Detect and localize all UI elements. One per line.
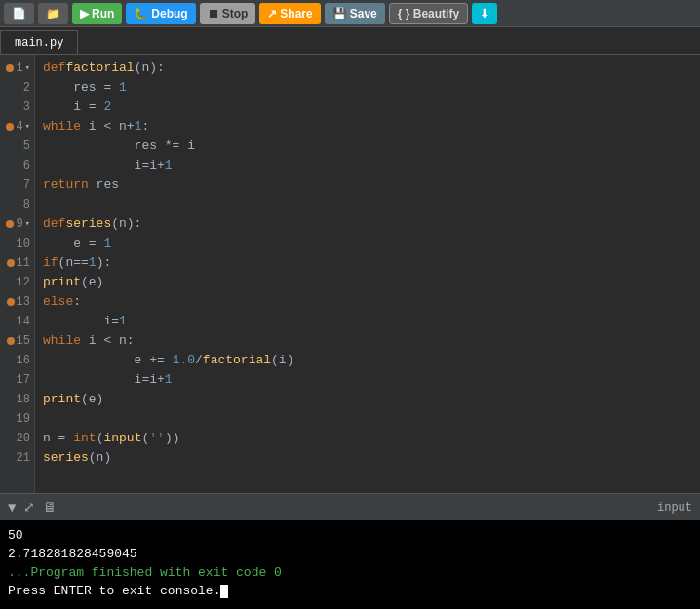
code-line-6: i=i+1 xyxy=(43,156,692,175)
code-line-3: i = 2 xyxy=(43,97,692,117)
run-button[interactable]: ▶ Run xyxy=(72,3,122,24)
collapse-arrow: ▾ xyxy=(25,58,30,78)
code-line-9: def series(n): xyxy=(43,214,692,234)
line-number-7: 7 xyxy=(4,175,30,195)
file-button[interactable]: 📄 xyxy=(4,3,34,24)
line-number-11: 11 xyxy=(4,253,30,273)
console[interactable]: 502.718281828459045...Program finished w… xyxy=(0,520,700,609)
line-number-6: 6 xyxy=(4,156,30,175)
breakpoint-dot xyxy=(6,64,14,72)
line-num-text: 2 xyxy=(23,78,30,97)
line-num-text: 9 xyxy=(16,214,22,234)
line-number-21: 21 xyxy=(4,448,30,468)
line-number-8: 8 xyxy=(4,195,30,214)
line-number-14: 14 xyxy=(4,312,30,331)
code-area[interactable]: def factorial(n): res = 1 i = 2 while i … xyxy=(35,55,700,493)
line-num-text: 13 xyxy=(17,292,30,312)
share-label: Share xyxy=(280,7,312,20)
download-button[interactable]: ⬇ xyxy=(472,3,497,24)
input-label: input xyxy=(657,501,692,514)
console-line: Press ENTER to exit console. xyxy=(8,582,692,600)
line-number-13: 13 xyxy=(4,292,30,312)
stop-button[interactable]: ⏹ Stop xyxy=(200,3,256,24)
line-number-19: 19 xyxy=(4,409,30,429)
line-num-text: 3 xyxy=(23,97,30,117)
code-line-21: series(n) xyxy=(43,448,692,468)
download-icon: ⬇ xyxy=(480,7,489,20)
code-line-13: else: xyxy=(43,292,692,312)
line-num-text: 18 xyxy=(17,390,30,409)
save-icon: 💾 xyxy=(332,7,347,20)
expand-icon[interactable]: ⤢ xyxy=(23,499,35,515)
save-label: Save xyxy=(350,7,377,20)
breakpoint-dot xyxy=(7,259,15,267)
code-line-1: def factorial(n): xyxy=(43,58,692,78)
line-num-text: 12 xyxy=(17,273,30,292)
code-line-7: return res xyxy=(43,175,692,195)
code-line-8 xyxy=(43,195,692,214)
line-num-text: 7 xyxy=(23,175,30,195)
breakpoint-dot xyxy=(7,337,15,345)
tab-label: main.py xyxy=(15,36,63,50)
line-num-text: 5 xyxy=(23,136,30,156)
save-button[interactable]: 💾 Save xyxy=(325,3,385,24)
console-cursor xyxy=(220,585,228,598)
code-line-14: i=1 xyxy=(43,312,692,331)
debug-label: Debug xyxy=(151,7,187,20)
line-number-4: 4▾ xyxy=(4,117,30,136)
line-number-10: 10 xyxy=(4,234,30,253)
terminal-icon[interactable]: 🖥 xyxy=(43,500,57,515)
line-number-1: 1▾ xyxy=(4,58,30,78)
console-line: 50 xyxy=(8,526,692,545)
folder-button[interactable]: 📁 xyxy=(38,3,68,24)
debug-button[interactable]: 🐛 Debug xyxy=(126,3,195,24)
code-line-19 xyxy=(43,409,692,429)
line-num-text: 20 xyxy=(17,429,30,448)
console-line: 2.718281828459045 xyxy=(8,545,692,563)
stop-icon: ⏹ xyxy=(208,7,219,20)
code-line-5: res *= i xyxy=(43,136,692,156)
line-number-17: 17 xyxy=(4,370,30,390)
code-line-20: n = int(input('')) xyxy=(43,429,692,448)
line-num-text: 6 xyxy=(23,156,30,175)
stop-label: Stop xyxy=(222,7,249,20)
breakpoint-dot xyxy=(7,298,15,306)
beautify-label: { } Beautify xyxy=(398,7,459,20)
breakpoint-dot xyxy=(6,220,14,228)
line-num-text: 1 xyxy=(16,58,22,78)
line-num-text: 11 xyxy=(17,253,30,273)
file-icon: 📄 xyxy=(12,7,26,20)
code-line-11: if(n==1): xyxy=(43,253,692,273)
line-num-text: 14 xyxy=(17,312,30,331)
line-number-20: 20 xyxy=(4,429,30,448)
code-line-17: i=i+1 xyxy=(43,370,692,390)
breakpoint-dot xyxy=(6,123,14,131)
share-icon: ↗ xyxy=(267,7,277,20)
run-icon: ▶ xyxy=(80,7,89,20)
line-number-15: 15 xyxy=(4,331,30,351)
tab-main-py[interactable]: main.py xyxy=(0,30,78,54)
bottom-panel: ▼ ⤢ 🖥 input xyxy=(0,493,700,520)
tab-bar: main.py xyxy=(0,27,700,55)
beautify-button[interactable]: { } Beautify xyxy=(389,3,468,24)
line-num-text: 4 xyxy=(16,117,22,136)
line-number-9: 9▾ xyxy=(4,214,30,234)
line-num-text: 15 xyxy=(17,331,30,351)
run-label: Run xyxy=(92,7,114,20)
line-num-text: 10 xyxy=(17,234,30,253)
line-number-18: 18 xyxy=(4,390,30,409)
collapse-arrow: ▾ xyxy=(25,117,30,136)
line-number-2: 2 xyxy=(4,78,30,97)
share-button[interactable]: ↗ Share xyxy=(259,3,320,24)
line-numbers: 1▾234▾56789▾101112131415161718192021 xyxy=(0,55,35,493)
code-line-10: e = 1 xyxy=(43,234,692,253)
code-line-12: print(e) xyxy=(43,273,692,292)
code-line-4: while i < n+1: xyxy=(43,117,692,136)
console-line: ...Program finished with exit code 0 xyxy=(8,563,692,582)
toolbar: 📄 📁 ▶ Run 🐛 Debug ⏹ Stop ↗ Share 💾 Save … xyxy=(0,0,700,27)
line-num-text: 19 xyxy=(17,409,30,429)
line-number-16: 16 xyxy=(4,351,30,370)
line-num-text: 8 xyxy=(23,195,30,214)
collapse-icon[interactable]: ▼ xyxy=(8,500,16,515)
debug-icon: 🐛 xyxy=(134,7,148,20)
